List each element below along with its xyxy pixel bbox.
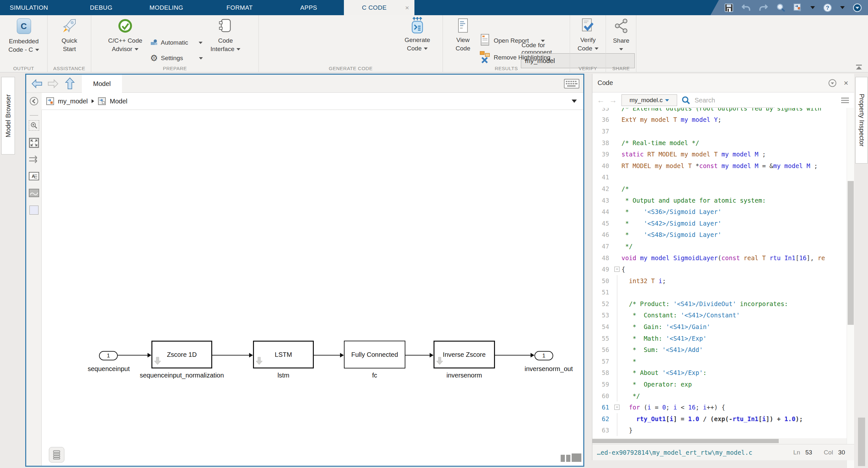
signal-wire[interactable]: [118, 355, 148, 356]
block-label[interactable]: inversenorm: [446, 372, 482, 379]
block-label[interactable]: lstm: [278, 372, 289, 379]
annotation-tool-icon[interactable]: A: [26, 172, 42, 180]
fit-to-view-icon[interactable]: [26, 138, 42, 148]
code-back-icon[interactable]: ←: [597, 96, 604, 105]
subsystem-favorites-icon[interactable]: [793, 3, 803, 12]
code-line: 52 /* Product: '<S41>/DivideOut' incorpo…: [592, 298, 845, 310]
signal-wire[interactable]: [495, 355, 531, 356]
block-fully-connected[interactable]: Fully Connected: [344, 341, 405, 368]
scrollbar-thumb[interactable]: [592, 439, 779, 443]
block-lstm[interactable]: LSTM: [253, 341, 314, 368]
signal-wire[interactable]: [405, 355, 430, 356]
code-text: *: [621, 358, 845, 365]
block-label[interactable]: sequenceinput_normalization: [140, 372, 224, 379]
property-inspector-tab[interactable]: Property Inspector: [856, 77, 868, 164]
minimize-toolstrip-icon[interactable]: [852, 3, 862, 12]
code-line: 55 * Math: '<S41>/Exp': [592, 333, 845, 344]
quick-start-button[interactable]: QuickStart: [48, 18, 91, 53]
fold-guide: [617, 425, 617, 436]
model-browser-tab[interactable]: Model Browser: [1, 77, 15, 155]
signal-wire[interactable]: [212, 355, 249, 356]
up-to-parent-icon[interactable]: [65, 77, 75, 90]
fold-toggle-icon[interactable]: −: [614, 405, 620, 410]
remove-highlighting-button[interactable]: Remove Highlighting: [479, 52, 550, 64]
hide-model-browser-icon[interactable]: [29, 97, 38, 106]
tab-modeling[interactable]: MODELING: [150, 0, 183, 15]
help-icon[interactable]: ?: [823, 3, 832, 12]
palette-divider: [26, 115, 42, 116]
collapse-ribbon-icon[interactable]: [856, 65, 862, 69]
generate-code-button[interactable]: GenerateCode: [395, 16, 440, 53]
line-number: 55: [592, 335, 613, 342]
tab-c-code[interactable]: C CODE ×: [344, 0, 414, 15]
code-interface-button[interactable]: CodeInterface: [198, 18, 253, 53]
code-forward-icon[interactable]: →: [609, 96, 617, 105]
verify-code-button[interactable]: VerifyCode: [570, 18, 606, 53]
search-icon[interactable]: [776, 3, 785, 12]
tab-apps[interactable]: APPS: [300, 0, 317, 15]
close-icon[interactable]: ×: [405, 4, 409, 12]
minimize-panel-icon[interactable]: [828, 79, 837, 87]
code-line: 63 }: [592, 425, 845, 436]
tab-simulation[interactable]: SIMULATION: [10, 0, 48, 15]
keyboard-shortcuts-icon[interactable]: [564, 79, 580, 89]
share-button[interactable]: Share: [606, 19, 637, 53]
tab-format[interactable]: FORMAT: [226, 0, 253, 15]
zoom-in-tool-icon[interactable]: [26, 120, 42, 131]
code-text: int32_T i;: [621, 277, 845, 285]
inport-block[interactable]: 1: [99, 351, 118, 360]
code-text: {: [621, 266, 845, 273]
code-search-input[interactable]: [694, 97, 821, 104]
code-text: /* Product: '<S41>/DivideOut' incorporat…: [621, 300, 845, 307]
signal-wire[interactable]: [314, 355, 340, 356]
outport-label[interactable]: inversenorm_out: [525, 365, 573, 373]
view-code-button[interactable]: ViewCode: [447, 18, 478, 53]
breadcrumb-dropdown-icon[interactable]: [572, 100, 577, 103]
subsystem-badge-icon[interactable]: [436, 357, 443, 367]
help-dropdown-icon[interactable]: [840, 6, 845, 9]
back-icon[interactable]: [31, 79, 42, 88]
block-zscore-1d[interactable]: Zscore 1D: [151, 341, 212, 368]
signal-routing-icon[interactable]: [26, 155, 42, 164]
settings-dropdown[interactable]: ⚙ Settings: [150, 52, 203, 64]
data-browser-toggle[interactable]: [49, 447, 64, 463]
code-vertical-scrollbar[interactable]: [847, 108, 854, 468]
redo-icon[interactable]: [758, 4, 768, 12]
favorites-dropdown-icon[interactable]: [810, 6, 815, 9]
model-canvas[interactable]: [42, 110, 583, 466]
subsystem-badge-icon[interactable]: [255, 357, 263, 367]
file-selector[interactable]: my_model.c: [621, 94, 677, 106]
breadcrumb-current[interactable]: Model: [110, 98, 127, 105]
undo-icon[interactable]: [741, 4, 751, 12]
line-number: 37: [592, 128, 613, 135]
code-text: * Gain: '<S41>/Gain': [621, 323, 845, 330]
code-view[interactable]: 35/* External outputs (root outports fed…: [592, 108, 845, 468]
embedded-code-button[interactable]: C EmbeddedCode - C: [0, 19, 48, 54]
block-label[interactable]: fc: [372, 372, 377, 379]
tab-debug[interactable]: DEBUG: [90, 0, 113, 15]
right-scrollbar[interactable]: [858, 417, 865, 466]
image-tool-icon[interactable]: [26, 189, 42, 197]
panel-menu-icon[interactable]: [841, 96, 849, 104]
inport-label[interactable]: sequenceinput: [88, 365, 130, 373]
subsystem-badge-icon[interactable]: [154, 357, 161, 367]
rocket-icon: [61, 18, 78, 35]
outport-block[interactable]: 1: [534, 351, 553, 360]
forward-icon[interactable]: [48, 79, 59, 88]
section-results: ViewCode Open Report Remove Highlighting…: [443, 15, 570, 72]
block-inverse-zscore[interactable]: Inverse Zscore: [434, 341, 495, 368]
code-horizontal-scrollbar[interactable]: [592, 438, 847, 444]
breadcrumb-root[interactable]: my_model: [58, 98, 88, 105]
code-text: void my_model_SigmoidLayer(const real_T …: [621, 254, 845, 262]
layout-panes-icon[interactable]: [561, 454, 581, 462]
code-advisor-button[interactable]: C/C++ CodeAdvisor: [98, 18, 153, 53]
close-panel-icon[interactable]: ×: [844, 78, 848, 88]
save-icon[interactable]: [724, 3, 734, 12]
fold-toggle-icon[interactable]: −: [614, 267, 620, 272]
model-nav-tab[interactable]: Model: [82, 75, 122, 93]
line-number: 63: [592, 427, 613, 434]
automatic-dropdown[interactable]: Automatic: [150, 36, 203, 49]
scrollbar-thumb[interactable]: [848, 181, 854, 325]
open-report-dropdown[interactable]: Open Report: [479, 35, 545, 47]
area-tool-icon[interactable]: [26, 206, 42, 214]
